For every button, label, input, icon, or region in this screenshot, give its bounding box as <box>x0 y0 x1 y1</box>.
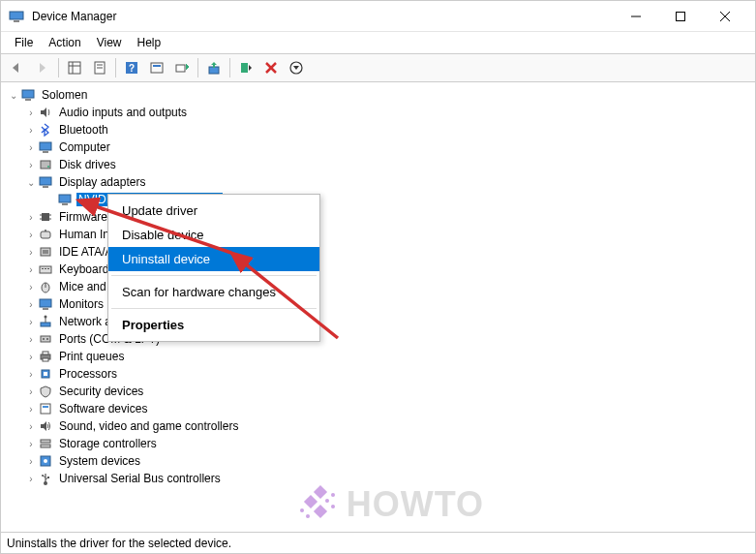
menu-action[interactable]: Action <box>41 34 88 51</box>
tree-category-label[interactable]: Storage controllers <box>57 437 159 450</box>
maximize-button[interactable] <box>658 1 703 32</box>
context-menu-item[interactable]: Uninstall device <box>108 247 319 271</box>
svg-rect-49 <box>41 323 50 326</box>
tree-root-label[interactable]: Solomen <box>40 88 89 102</box>
svg-rect-40 <box>43 250 48 254</box>
sound-icon <box>38 418 53 434</box>
tree-category[interactable]: ›Software devices <box>1 400 755 417</box>
svg-rect-63 <box>41 445 50 447</box>
window-title: Device Manager <box>32 10 614 23</box>
svg-point-38 <box>45 230 46 231</box>
context-menu-item[interactable]: Update driver <box>108 199 319 223</box>
expander-icon[interactable]: › <box>24 439 38 449</box>
svg-rect-22 <box>22 90 34 98</box>
minimize-button[interactable] <box>614 1 658 32</box>
storage-icon <box>38 436 53 451</box>
tree-category-label[interactable]: Software devices <box>57 402 149 416</box>
context-menu-item[interactable]: Disable device <box>108 223 319 247</box>
show-hidden-icon[interactable] <box>63 56 86 79</box>
tree-category[interactable]: ›Print queues <box>1 348 755 365</box>
printer-icon <box>38 349 53 364</box>
expander-icon[interactable]: › <box>24 421 38 432</box>
tree-root[interactable]: ⌄ Solomen <box>1 86 755 104</box>
tree-category-label[interactable]: Display adapters <box>57 175 147 189</box>
tree-category[interactable]: ⌄Display adapters <box>1 173 755 191</box>
tree-category[interactable]: ›Audio inputs and outputs <box>1 104 755 121</box>
forward-button[interactable] <box>31 56 54 79</box>
expander-icon[interactable]: › <box>24 230 38 240</box>
tree-category-label[interactable]: Security devices <box>57 385 145 398</box>
tree-category[interactable]: ›Storage controllers <box>1 435 755 452</box>
svg-point-70 <box>42 475 44 477</box>
mouse-icon <box>38 279 53 294</box>
uninstall-icon[interactable] <box>259 56 283 79</box>
expander-icon[interactable]: › <box>24 212 38 223</box>
expander-icon[interactable]: › <box>24 299 38 310</box>
tree-category[interactable]: ›Sound, video and game controllers <box>1 417 755 435</box>
hid-icon <box>38 227 53 242</box>
toolbar-separator <box>197 58 198 77</box>
menu-file[interactable]: File <box>7 34 41 51</box>
tree-category-label[interactable]: Processors <box>57 367 119 381</box>
expander-icon[interactable]: › <box>24 386 38 397</box>
svg-point-65 <box>44 459 47 463</box>
expander-icon[interactable]: › <box>24 282 38 292</box>
tree-category-label[interactable]: Sound, video and game controllers <box>57 419 240 433</box>
keyboard-icon <box>38 262 53 277</box>
disable-icon[interactable] <box>285 56 308 79</box>
scan-icon[interactable] <box>170 56 194 79</box>
monitor-icon <box>38 174 53 190</box>
expander-icon[interactable]: › <box>24 369 38 380</box>
tree-category-label[interactable]: Disk drives <box>57 158 118 171</box>
expander-icon[interactable]: › <box>24 247 38 258</box>
svg-rect-52 <box>41 336 50 342</box>
expander-icon[interactable]: › <box>24 317 38 327</box>
svg-point-53 <box>43 338 45 340</box>
tree-category[interactable]: ›Universal Serial Bus controllers <box>1 470 755 487</box>
tree-category-label[interactable]: System devices <box>57 454 142 468</box>
properties-icon[interactable] <box>88 56 111 79</box>
tree-category[interactable]: ›Security devices <box>1 383 755 400</box>
tree-category[interactable]: ›Disk drives <box>1 156 755 173</box>
toolbar: ? <box>1 53 755 82</box>
expander-icon[interactable]: › <box>24 125 38 136</box>
speaker-icon <box>38 105 53 120</box>
close-button[interactable] <box>703 1 747 32</box>
expander-icon[interactable]: › <box>24 160 38 170</box>
expander-icon[interactable]: › <box>24 456 38 467</box>
tree-category-label[interactable]: Bluetooth <box>57 123 110 137</box>
tree-category[interactable]: ›System devices <box>1 452 755 470</box>
tree-category[interactable]: ›Bluetooth <box>1 121 755 138</box>
expander-icon[interactable]: › <box>24 352 38 362</box>
expander-icon[interactable]: › <box>24 334 38 345</box>
update-driver-icon[interactable] <box>202 56 226 79</box>
tree-category-label[interactable]: Firmware <box>57 210 109 224</box>
expander-icon[interactable]: ⌄ <box>24 177 38 188</box>
tree-category-label[interactable]: Universal Serial Bus controllers <box>57 472 223 485</box>
tree-category-label[interactable]: Print queues <box>57 350 126 363</box>
expander-icon[interactable]: › <box>24 474 38 484</box>
context-menu[interactable]: Update driverDisable deviceUninstall dev… <box>107 194 320 342</box>
expander-icon[interactable]: › <box>24 404 38 415</box>
expander-icon[interactable]: › <box>24 142 38 153</box>
action-icon[interactable] <box>145 56 168 79</box>
statusbar-text: Uninstalls the driver for the selected d… <box>7 537 231 550</box>
tree-category-label[interactable]: Computer <box>57 140 112 154</box>
tree-category-label[interactable]: Monitors <box>57 297 106 311</box>
tree-category-label[interactable]: Audio inputs and outputs <box>57 106 189 119</box>
menu-help[interactable]: Help <box>130 34 169 51</box>
help-icon[interactable]: ? <box>120 56 143 79</box>
back-button[interactable] <box>6 56 29 79</box>
tree-category[interactable]: ›Processors <box>1 365 755 383</box>
context-menu-item[interactable]: Properties <box>108 313 319 337</box>
enable-icon[interactable] <box>234 56 257 79</box>
tree-category[interactable]: ›Computer <box>1 138 755 156</box>
expander-icon[interactable]: ⌄ <box>7 90 20 101</box>
menu-view[interactable]: View <box>89 34 130 51</box>
svg-rect-1 <box>14 20 19 22</box>
expander-icon[interactable]: › <box>24 108 38 118</box>
titlebar: Device Manager <box>1 1 755 32</box>
bluetooth-icon <box>38 122 53 138</box>
expander-icon[interactable]: › <box>24 264 38 275</box>
context-menu-item[interactable]: Scan for hardware changes <box>108 280 319 304</box>
